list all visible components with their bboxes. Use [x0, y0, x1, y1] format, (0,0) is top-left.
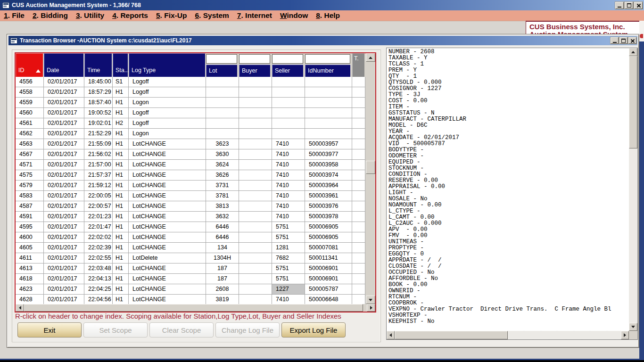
cell-date[interactable]: 02/01/2017: [44, 129, 84, 139]
cell-lot[interactable]: 3632: [206, 212, 239, 222]
cell-t[interactable]: [352, 263, 365, 274]
cell-date[interactable]: 02/01/2017: [44, 160, 84, 170]
cell-lot[interactable]: 3626: [206, 170, 239, 181]
cell-lot[interactable]: 3819: [206, 295, 239, 304]
scrollbar-thumb[interactable]: [395, 331, 508, 339]
cell-lot[interactable]: 187: [206, 263, 239, 274]
cell-time[interactable]: 18:57:29: [84, 87, 113, 98]
cell-time[interactable]: 22:02:02: [84, 232, 113, 243]
cell-t[interactable]: [352, 98, 365, 108]
cell-lot[interactable]: 3630: [206, 149, 239, 160]
cell-idnumber[interactable]: 500003978: [305, 212, 352, 222]
cell-lot[interactable]: 3781: [206, 191, 239, 201]
change-log-file-button[interactable]: Change Log File: [215, 322, 280, 337]
cell-seller[interactable]: [272, 129, 305, 139]
cell-seller[interactable]: 5751: [272, 274, 305, 284]
cell-buyer[interactable]: [239, 77, 272, 87]
cell-log-type[interactable]: LotCHANGE: [129, 160, 206, 170]
scroll-right-button[interactable]: [367, 304, 375, 312]
cell-id[interactable]: 4595: [16, 222, 44, 232]
table-row[interactable]: 459102/01/201722:01:23H1LotCHANGE3632741…: [16, 212, 365, 222]
cell-sta[interactable]: H1: [113, 222, 129, 232]
cell-idnumber[interactable]: 500006905: [305, 232, 352, 243]
cell-log-type[interactable]: LotDelete: [129, 253, 206, 263]
scroll-up-button[interactable]: [366, 53, 375, 62]
cell-id[interactable]: 4591: [16, 212, 44, 222]
cell-date[interactable]: 02/01/2017: [44, 87, 84, 98]
detail-horizontal-scrollbar[interactable]: [387, 331, 629, 339]
cell-t[interactable]: [352, 77, 365, 87]
cell-log-type[interactable]: Logoff: [129, 108, 206, 118]
cell-id[interactable]: 4600: [16, 232, 44, 243]
cell-time[interactable]: 22:01:47: [84, 222, 113, 232]
detail-vertical-scrollbar[interactable]: [629, 48, 637, 331]
cell-buyer[interactable]: [239, 212, 272, 222]
menu-item-7-internet[interactable]: 7. Internet: [237, 11, 272, 20]
cell-t[interactable]: [352, 181, 365, 191]
cell-t[interactable]: [352, 87, 365, 98]
scrollbar-thumb[interactable]: [366, 161, 375, 174]
cell-sta[interactable]: H1: [113, 253, 129, 263]
cell-log-type[interactable]: Logon: [129, 129, 206, 139]
cell-seller[interactable]: 7410: [272, 191, 305, 201]
cell-seller[interactable]: 7410: [272, 160, 305, 170]
cell-id[interactable]: 4560: [16, 108, 44, 118]
cell-idnumber[interactable]: 500003964: [305, 181, 352, 191]
cell-log-type[interactable]: LotCHANGE: [129, 232, 206, 243]
cell-seller[interactable]: [272, 87, 305, 98]
cell-date[interactable]: 02/01/2017: [44, 274, 84, 284]
minimize-button[interactable]: [615, 2, 624, 9]
cell-sta[interactable]: H1: [113, 98, 129, 108]
cell-log-type[interactable]: Logoff: [129, 87, 206, 98]
cell-log-type[interactable]: LotCHANGE: [129, 274, 206, 284]
cell-idnumber[interactable]: 500006905: [305, 222, 352, 232]
clear-scope-button[interactable]: Clear Scope: [149, 322, 214, 337]
scroll-right-button[interactable]: [621, 331, 629, 339]
scope-filter-lot[interactable]: [206, 54, 237, 64]
cell-log-type[interactable]: Logoff: [129, 118, 206, 129]
scroll-left-button[interactable]: [387, 331, 395, 339]
column-header-date[interactable]: Date: [44, 53, 84, 77]
cell-lot[interactable]: [206, 108, 239, 118]
cell-t[interactable]: [352, 108, 365, 118]
grid-horizontal-scrollbar[interactable]: [16, 304, 375, 312]
cell-lot[interactable]: [206, 77, 239, 87]
cell-time[interactable]: 22:04:13: [84, 274, 113, 284]
cell-seller[interactable]: 7410: [272, 149, 305, 160]
cell-sta[interactable]: H1: [113, 181, 129, 191]
cell-seller[interactable]: 7410: [272, 295, 305, 304]
cell-date[interactable]: 02/01/2017: [44, 118, 84, 129]
cell-time[interactable]: 22:00:05: [84, 191, 113, 201]
cell-buyer[interactable]: [239, 149, 272, 160]
cell-date[interactable]: 02/01/2017: [44, 253, 84, 263]
cell-idnumber[interactable]: 500007081: [305, 243, 352, 253]
scope-filter-buyer[interactable]: [239, 54, 270, 64]
column-header-seller[interactable]: Seller: [272, 53, 305, 77]
cell-t[interactable]: [352, 201, 365, 212]
menu-item-window[interactable]: Window: [280, 11, 308, 20]
cell-date[interactable]: 02/01/2017: [44, 222, 84, 232]
cell-time[interactable]: 22:02:55: [84, 253, 113, 263]
column-header-time[interactable]: Time: [84, 53, 113, 77]
cell-buyer[interactable]: [239, 232, 272, 243]
cell-id[interactable]: 4556: [16, 77, 44, 87]
cell-id[interactable]: 4579: [16, 181, 44, 191]
scrollbar-thumb[interactable]: [629, 56, 637, 148]
table-row[interactable]: 459502/01/201722:01:47H1LotCHANGE6446575…: [16, 222, 365, 232]
cell-buyer[interactable]: [239, 253, 272, 263]
cell-buyer[interactable]: [239, 139, 272, 149]
set-scope-button[interactable]: Set Scope: [83, 322, 148, 337]
table-row[interactable]: 460002/01/201722:02:02H1LotCHANGE6446575…: [16, 232, 365, 243]
scroll-left-button[interactable]: [16, 304, 24, 312]
cell-idnumber[interactable]: 500003957: [305, 139, 352, 149]
cell-sta[interactable]: H1: [113, 263, 129, 274]
cell-lot[interactable]: 2608: [206, 284, 239, 295]
scroll-up-button[interactable]: [629, 48, 637, 56]
cell-seller[interactable]: [272, 98, 305, 108]
cell-time[interactable]: 18:45:00: [84, 77, 113, 87]
menu-item-8-help[interactable]: 8. Help: [316, 11, 340, 20]
export-log-file-button[interactable]: Export Log File: [281, 322, 346, 337]
cell-idnumber[interactable]: 500006901: [305, 274, 352, 284]
cell-sta[interactable]: H1: [113, 160, 129, 170]
cell-t[interactable]: [352, 243, 365, 253]
